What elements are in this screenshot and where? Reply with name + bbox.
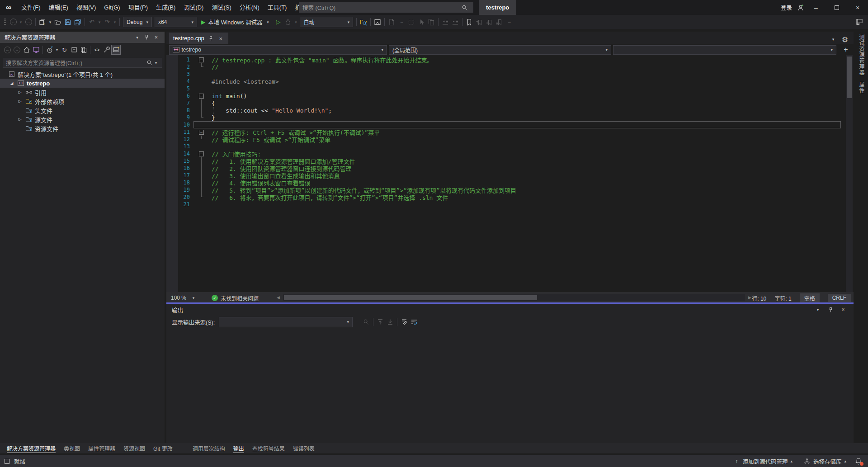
horizontal-scrollbar[interactable] [283, 294, 745, 301]
project-scope-dropdown[interactable]: ++ testrepo ▾ [169, 45, 387, 55]
hot-reload-icon[interactable] [283, 17, 293, 27]
chevron-down-icon[interactable]: ▾ [18, 20, 24, 24]
marquee-icon[interactable] [406, 17, 416, 27]
nav-back-icon[interactable]: ← [8, 17, 18, 27]
tab-testrepo-cpp[interactable]: testrepo.cpp × [169, 33, 228, 44]
new-project-icon[interactable] [38, 17, 47, 27]
menu-item[interactable]: 文件(F) [17, 0, 45, 15]
tree-item-解决方案-testrepo-1-个项目-共-1-个-[interactable]: ∞解决方案“testrepo”(1 个项目/共 1 个) [0, 70, 165, 79]
background-task-icon[interactable] [5, 459, 9, 464]
person-add-icon[interactable] [796, 3, 806, 13]
chevron-down-icon[interactable]: ▾ [47, 20, 53, 24]
tool-tab-解决方案资源管理器[interactable]: 解决方案资源管理器 [3, 443, 60, 453]
scroll-left-icon[interactable]: ◀ [277, 295, 280, 300]
minus-icon[interactable]: − [504, 17, 514, 27]
autohide-tab-测试资源管理器[interactable]: 测试资源管理器 [858, 34, 865, 75]
find-in-files-icon[interactable] [359, 17, 368, 27]
clear-all-icon[interactable] [399, 317, 409, 327]
chevron-down-icon[interactable]: ▾ [153, 61, 159, 65]
toolbar-grip[interactable] [4, 19, 6, 26]
hot-reload-mode-dropdown[interactable]: 自动▾ [300, 17, 353, 27]
chevron-down-icon[interactable]: ▾ [828, 34, 838, 44]
tool-tab-Git-更改[interactable]: Git 更改 [149, 443, 177, 453]
nav-forward-icon[interactable]: → [12, 45, 22, 55]
pin-icon[interactable] [143, 33, 151, 41]
goto-prev-message-icon[interactable] [375, 317, 385, 327]
nav-forward-icon[interactable]: → [24, 17, 33, 27]
code-editor[interactable]: 1−// testrepo.cpp : 此文件包含 "main" 函数。程序执行… [166, 55, 854, 292]
code-line-5[interactable]: 5 [166, 85, 854, 92]
tree-item-引用[interactable]: ▷引用 [0, 88, 165, 97]
menu-item[interactable]: 测试(S) [208, 0, 235, 15]
tree-item-testrepo[interactable]: ◢++testrepo [0, 79, 165, 88]
expander-icon[interactable]: ▷ [15, 117, 24, 122]
close-icon[interactable]: × [152, 33, 160, 41]
sign-in-button[interactable]: 登录 [781, 3, 792, 12]
tool-tab-资源视图[interactable]: 资源视图 [119, 443, 149, 453]
chevron-down-icon[interactable]: ▾ [97, 20, 102, 24]
expander-icon[interactable]: ▷ [15, 90, 24, 94]
tree-item-外部依赖项[interactable]: ▷外部依赖项 [0, 97, 165, 106]
platform-dropdown[interactable]: x64▾ [155, 17, 197, 27]
menu-item[interactable]: Git(G) [100, 0, 124, 15]
menu-item[interactable]: 编辑(E) [45, 0, 72, 15]
scrollbar-thumb[interactable] [284, 295, 537, 300]
home-icon[interactable] [22, 45, 31, 55]
chevron-down-icon[interactable]: ▾ [813, 305, 823, 315]
chevron-down-icon[interactable]: ▾ [112, 20, 118, 24]
copy-lines-icon[interactable] [426, 17, 436, 27]
preview-icon[interactable] [111, 45, 121, 55]
play-outline-icon[interactable]: ▷ [273, 17, 283, 27]
zoom-dropdown[interactable]: 100 % ▾ [166, 295, 201, 301]
minimize-button[interactable]: – [806, 0, 826, 15]
code-line-1[interactable]: 1−// testrepo.cpp : 此文件包含 "main" 函数。程序执行… [166, 56, 854, 63]
vs-logo-icon[interactable]: ∞ [0, 3, 17, 12]
find-message-icon[interactable] [361, 317, 371, 327]
chevron-down-icon[interactable]: ▾ [54, 47, 60, 52]
code-line-12[interactable]: 12// 调试程序: F5 或调试 >“开始调试”菜单 [166, 136, 854, 143]
navigate-window-icon[interactable] [373, 17, 382, 27]
scroll-right-icon[interactable]: ▶ [748, 295, 751, 300]
bookmark-prev-icon[interactable] [474, 17, 484, 27]
code-line-7[interactable]: 7{ [166, 99, 854, 107]
document-health-indicator[interactable]: ✓ 未找到相关问题 [212, 294, 259, 302]
tree-item-资源文件[interactable]: 资源文件 [0, 124, 165, 133]
member-scope-dropdown[interactable]: ▾ [613, 45, 836, 55]
send-feedback-icon[interactable] [854, 17, 864, 27]
whitespace-mode-button[interactable]: 空格 [800, 293, 820, 303]
code-line-4[interactable]: 4#include <iostream> [166, 78, 854, 85]
pin-icon[interactable] [208, 35, 214, 42]
select-repository-button[interactable]: 选择存储库 ▴ [800, 457, 850, 466]
code-line-6[interactable]: 6−int main() [166, 92, 854, 99]
tool-tab-类视图[interactable]: 类视图 [60, 443, 84, 453]
minus-icon[interactable]: − [396, 17, 406, 27]
start-debugging-button[interactable]: ▶本地 Windows 调试器▾ [198, 17, 273, 28]
fold-collapse-icon[interactable]: − [193, 56, 209, 63]
line-ending-button[interactable]: CRLF [828, 294, 851, 302]
collapse-all-icon[interactable] [69, 45, 79, 55]
output-source-dropdown[interactable]: ▾ [219, 317, 353, 327]
nav-back-icon[interactable]: ← [3, 45, 12, 55]
bookmark-icon[interactable] [464, 17, 474, 27]
chevron-down-icon[interactable]: ▾ [133, 33, 141, 41]
bookmark-clear-icon[interactable] [494, 17, 504, 27]
autohide-tab-属性[interactable]: 属性 [858, 82, 865, 94]
close-button[interactable]: × [847, 0, 868, 15]
code-line-21[interactable]: 21 [166, 201, 854, 208]
switch-views-icon[interactable] [31, 45, 41, 55]
vertical-scrollbar[interactable] [846, 55, 853, 292]
expander-icon[interactable]: ▷ [15, 99, 24, 104]
solution-name-badge[interactable]: testrepo [479, 0, 516, 15]
bookmark-next-icon[interactable] [484, 17, 494, 27]
menu-item[interactable]: 生成(B) [152, 0, 179, 15]
output-content[interactable] [166, 328, 854, 431]
tool-tab-查找符号结果[interactable]: 查找符号结果 [248, 443, 289, 453]
menu-item[interactable]: 项目(P) [124, 0, 152, 15]
document-icon[interactable] [387, 17, 396, 27]
menu-item[interactable]: 调试(D) [179, 0, 208, 15]
tool-tab-错误列表[interactable]: 错误列表 [289, 443, 319, 453]
tree-item-头文件[interactable]: 头文件 [0, 106, 165, 115]
fold-collapse-icon[interactable]: − [193, 92, 209, 99]
scrollbar-thumb[interactable] [847, 57, 852, 98]
expander-icon[interactable]: ◢ [7, 81, 16, 85]
